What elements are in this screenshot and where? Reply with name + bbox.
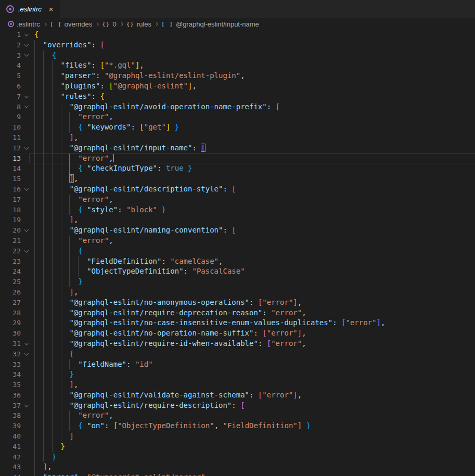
code-line-content: { "style": "block" } bbox=[32, 205, 475, 215]
indent-guide bbox=[34, 122, 35, 133]
indent-guide bbox=[69, 266, 70, 277]
fold-chevron-icon[interactable] bbox=[21, 246, 32, 256]
code-line[interactable]: 34 } bbox=[0, 369, 475, 380]
breadcrumb-item-file[interactable]: .eslintrc bbox=[8, 20, 40, 28]
code-line[interactable]: 30 "@graphql-eslint/no-operation-name-su… bbox=[0, 328, 475, 339]
code-line[interactable]: 10 { "keywords": ["get"] } bbox=[0, 122, 475, 133]
fold-spacer bbox=[21, 298, 32, 308]
code-line[interactable]: 42 } bbox=[0, 452, 475, 462]
fold-spacer bbox=[21, 205, 32, 215]
indent-guide bbox=[43, 308, 44, 318]
code-line[interactable]: 43 ], bbox=[0, 462, 475, 472]
fold-chevron-icon[interactable] bbox=[21, 102, 32, 112]
fold-chevron-icon[interactable] bbox=[21, 339, 32, 349]
code-line[interactable]: 39 { "on": ["ObjectTypeDefinition", "Fie… bbox=[0, 421, 475, 431]
code-line[interactable]: 32 { bbox=[0, 349, 475, 359]
code-line[interactable]: 33 "fieldName": "id" bbox=[0, 359, 475, 370]
code-line[interactable]: 16 "@graphql-eslint/description-style": … bbox=[0, 184, 475, 195]
code-line[interactable]: 36 "@graphql-eslint/validate-against-sch… bbox=[0, 390, 475, 401]
symbol-array-icon: [ ] bbox=[50, 21, 62, 28]
gutter: 35 bbox=[0, 380, 32, 390]
indent-guide bbox=[52, 102, 53, 112]
code-line[interactable]: 11 ], bbox=[0, 133, 475, 143]
fold-spacer bbox=[21, 431, 32, 442]
indent-guide bbox=[61, 205, 61, 215]
code-line[interactable]: 15 ], bbox=[0, 174, 475, 184]
code-line[interactable]: 25 } bbox=[0, 277, 475, 287]
editor[interactable]: 1{2 "overrides": [3 {4 "files": ["*.gql"… bbox=[0, 30, 475, 476]
fold-chevron-icon[interactable] bbox=[21, 30, 32, 40]
fold-chevron-icon[interactable] bbox=[21, 40, 32, 50]
code-line[interactable]: 28 "@graphql-eslint/require-deprecation-… bbox=[0, 308, 475, 318]
code-line[interactable]: 35 ], bbox=[0, 380, 475, 390]
breadcrumb: .eslintrc [ ] overrides {} 0 {} rules [ … bbox=[0, 18, 475, 30]
indent-guide bbox=[52, 390, 53, 401]
code-line-content: "@graphql-eslint/require-id-when-availab… bbox=[32, 339, 475, 349]
code-line[interactable]: 23 "FieldDefinition": "camelCase", bbox=[0, 256, 475, 267]
fold-spacer bbox=[21, 256, 32, 267]
fold-chevron-icon[interactable] bbox=[21, 349, 32, 359]
indent-guide bbox=[78, 266, 79, 277]
code-line[interactable]: 4 "files": ["*.gql"], bbox=[0, 60, 475, 71]
code-line[interactable]: 44 "parser": "@typescript-eslint/parser" bbox=[0, 472, 475, 476]
code-line[interactable]: 7 "rules": { bbox=[0, 92, 475, 102]
gutter: 16 bbox=[0, 184, 32, 195]
gutter: 12 bbox=[0, 143, 32, 153]
code-line[interactable]: 40 ] bbox=[0, 431, 475, 442]
code-line[interactable]: 12 "@graphql-eslint/input-name": [ bbox=[0, 143, 475, 153]
code-line[interactable]: 14 { "checkInputType": true } bbox=[0, 163, 475, 174]
code-line[interactable]: 18 { "style": "block" } bbox=[0, 205, 475, 215]
fold-chevron-icon[interactable] bbox=[21, 92, 32, 102]
breadcrumb-item-rule[interactable]: [ ] @graphql-eslint/input-name bbox=[161, 20, 259, 28]
gutter: 44 bbox=[0, 472, 32, 476]
code-line[interactable]: 22 { bbox=[0, 246, 475, 256]
indent-guide bbox=[61, 421, 61, 431]
close-icon[interactable]: × bbox=[49, 5, 54, 13]
code-line[interactable]: 6 "plugins": ["@graphql-eslint"], bbox=[0, 81, 475, 92]
indent-guide bbox=[52, 92, 53, 102]
breadcrumb-item-overrides[interactable]: [ ] overrides bbox=[50, 20, 92, 28]
fold-chevron-icon[interactable] bbox=[21, 50, 32, 61]
indent-guide bbox=[61, 102, 61, 112]
code-line[interactable]: 3 { bbox=[0, 50, 475, 61]
code-line[interactable]: 26 ], bbox=[0, 287, 475, 298]
fold-chevron-icon[interactable] bbox=[21, 225, 32, 236]
code-line[interactable]: 2 "overrides": [ bbox=[0, 40, 475, 50]
breadcrumb-item-rules[interactable]: {} rules bbox=[126, 20, 151, 28]
code-line[interactable]: 19 ], bbox=[0, 215, 475, 225]
code-line[interactable]: 31 "@graphql-eslint/require-id-when-avai… bbox=[0, 339, 475, 349]
code-line[interactable]: 1{ bbox=[0, 30, 475, 40]
indent-guide bbox=[61, 369, 61, 380]
code-line[interactable]: 13 "error", bbox=[0, 153, 475, 164]
indent-guide bbox=[52, 112, 53, 122]
breadcrumb-item-0[interactable]: {} 0 bbox=[102, 20, 116, 28]
indent-guide bbox=[34, 163, 35, 174]
breadcrumb-label: rules bbox=[137, 20, 151, 28]
code-line[interactable]: 38 "error", bbox=[0, 410, 475, 421]
code-line[interactable]: 29 "@graphql-eslint/no-case-insensitive-… bbox=[0, 318, 475, 328]
indent-guide bbox=[52, 163, 53, 174]
code-line-content: { "on": ["ObjectTypeDefinition", "FieldD… bbox=[32, 421, 475, 431]
gutter: 2 bbox=[0, 40, 32, 50]
fold-spacer bbox=[21, 174, 32, 184]
code-line[interactable]: 8 "@graphql-eslint/avoid-operation-name-… bbox=[0, 102, 475, 112]
code-line[interactable]: 9 "error", bbox=[0, 112, 475, 122]
gutter: 38 bbox=[0, 410, 32, 421]
fold-chevron-icon[interactable] bbox=[21, 184, 32, 195]
code-line[interactable]: 27 "@graphql-eslint/no-anonymous-operati… bbox=[0, 298, 475, 308]
tab-eslintrc[interactable]: .eslintrc × bbox=[0, 0, 60, 18]
fold-chevron-icon[interactable] bbox=[21, 143, 32, 153]
indent-guide bbox=[43, 184, 44, 195]
code-line[interactable]: 17 "error", bbox=[0, 195, 475, 205]
code-line[interactable]: 20 "@graphql-eslint/naming-convention": … bbox=[0, 225, 475, 236]
code-line[interactable]: 5 "parser": "@graphql-eslint/eslint-plug… bbox=[0, 71, 475, 81]
code-line[interactable]: 24 "ObjectTypeDefinition": "PascalCase" bbox=[0, 266, 475, 277]
indent-guide bbox=[61, 246, 61, 256]
gutter: 13 bbox=[0, 153, 32, 164]
gutter: 41 bbox=[0, 442, 32, 452]
fold-chevron-icon[interactable] bbox=[21, 401, 32, 411]
code-line-content: "plugins": ["@graphql-eslint"], bbox=[32, 81, 475, 92]
code-line[interactable]: 37 "@graphql-eslint/require-description"… bbox=[0, 401, 475, 411]
code-line[interactable]: 21 "error", bbox=[0, 236, 475, 246]
code-line[interactable]: 41 } bbox=[0, 442, 475, 452]
